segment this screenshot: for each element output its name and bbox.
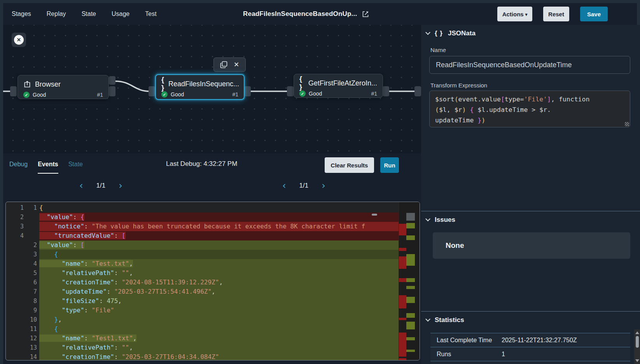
panel-scrollbar[interactable] [634,329,640,364]
code-token: "2024-08-15T11:39:12.229Z" [122,279,219,286]
nav-tab-test[interactable]: Test [145,10,156,17]
braces-icon: { } [435,30,443,37]
nav-tab-stages[interactable]: Stages [12,10,31,17]
statistics-section-header[interactable]: Statistics [426,316,464,324]
transform-expression-input[interactable]: $sort(event.value[type='File'], function… [429,91,630,127]
node-readfilesinsequence[interactable]: { } ReadFilesInSequenc... ✓ Good #1 [155,74,245,100]
dismiss-selection-button[interactable]: ✕ [12,33,26,47]
nav-tab-usage[interactable]: Usage [112,10,129,17]
code-token: $sort [435,96,455,103]
code-line-content: "notice": "The value has been truncated … [39,222,399,231]
modified-line-number [25,231,39,240]
next-page-icon[interactable]: › [322,181,325,190]
minimap-block [399,333,406,357]
code-token: "File" [92,307,114,314]
scroll-up-icon[interactable] [635,331,639,334]
minimap-block [406,313,415,318]
minimap-block [399,248,406,251]
nav-tab-state[interactable]: State [82,10,96,17]
code-token: ) [481,117,485,124]
status-good-icon: ✓ [23,92,30,98]
modified-line-number: 14 [25,352,39,360]
clear-results-button[interactable]: Clear Results [325,157,374,173]
debug-tab-events[interactable]: Events [38,153,58,175]
transform-expression-label: Transform Expression [430,82,487,89]
nav-tab-replay[interactable]: Replay [47,10,66,17]
output-pagination: ‹ 1/1 › [282,180,325,192]
section-divider [421,211,640,211]
node-port[interactable] [287,86,294,96]
node-port[interactable] [109,86,115,96]
code-token: 'File' [524,96,547,103]
editor-minimap[interactable] [399,202,420,360]
code-token: ) [462,106,466,113]
prev-page-icon[interactable]: ‹ [282,181,286,190]
code-line-content: "relativePath": "", [39,343,399,352]
code-line-content: { [39,203,399,212]
node-port[interactable] [149,86,155,96]
code-line: 11{ [6,203,399,212]
original-line-number [6,268,25,278]
edit-title-icon[interactable] [362,10,369,18]
node-title: GetFirstFileAtZeroIn... [308,79,377,87]
code-line-content: }, [39,315,399,324]
code-line-content: "name": "Test.txt", [39,259,399,268]
name-input[interactable] [429,56,630,74]
original-line-number [6,287,25,296]
code-line: 2 "value": [ [6,240,399,250]
code-token: , [212,288,215,295]
debug-tab-debug[interactable]: Debug [9,153,28,175]
copy-icon[interactable] [220,61,227,68]
scroll-down-icon[interactable] [635,359,639,362]
node-port[interactable] [244,86,251,96]
code-line-content: { [39,250,399,259]
original-line-number [6,315,25,324]
node-status: Good [171,91,184,98]
debug-tab-state[interactable]: State [68,153,83,175]
node-browser[interactable]: Browser ✓ Good #1 [17,75,109,99]
delete-node-icon[interactable]: ✕ [234,61,239,68]
inspector-panel: { } JSONata Name Transform Expression $s… [421,25,640,364]
code-token: "fileSize" [39,297,99,305]
code-token: : [84,334,92,342]
minimap-block [406,254,415,266]
jsonata-section-header[interactable]: { } JSONata [426,30,476,37]
page-indicator: 1/1 [299,182,309,190]
modified-line-number [25,212,39,222]
next-page-icon[interactable]: › [119,181,122,190]
code-token: "notice" [39,223,84,230]
code-token: "Test.txt" [92,260,129,267]
modified-line-number: 10 [25,315,39,324]
code-line-content: "creationTime": "2024-08-15T11:39:12.229… [39,278,399,287]
node-port[interactable] [10,86,17,96]
node-port[interactable] [414,86,421,96]
run-button[interactable]: Run [380,157,399,173]
node-title: Browser [35,80,61,89]
node-port[interactable] [109,76,115,85]
original-line-number [6,306,25,315]
original-line-number [6,250,25,259]
node-getfirstfileatzero[interactable]: { } GetFirstFileAtZeroIn... ✓ Good #1 [294,74,383,98]
actions-button[interactable]: Actions ▾ [497,7,532,21]
event-diff-editor[interactable]: 11{2 "value": {3 "notice": "The value ha… [5,202,420,361]
node-port[interactable] [383,86,389,96]
statistics-table: Last Complete Time2025-11-22T21:32:27.75… [430,333,630,364]
issues-section-header[interactable]: Issues [426,216,455,224]
close-icon: ✕ [17,37,21,43]
minimap-block [399,318,406,320]
editor-scrollbar-thumb[interactable] [372,214,377,216]
node-title: ReadFilesInSequenc... [168,80,239,88]
reset-button[interactable]: Reset [543,7,569,21]
original-line-number [6,324,25,334]
modified-line-number: 12 [25,334,39,343]
prev-page-icon[interactable]: ‹ [79,181,83,190]
scrollbar-thumb[interactable] [636,336,639,348]
code-token: ( [435,106,439,113]
minimap-block [406,350,415,352]
save-button[interactable]: Save [580,7,608,21]
code-line: 3 "notice": "The value has been truncate… [6,222,399,231]
code-token: : [114,232,122,239]
code-token: : [73,213,80,221]
flow-canvas[interactable]: ✕ ✕ Browser ✓ Good #1 { } [3,25,421,153]
chevron-down-icon [425,216,430,221]
